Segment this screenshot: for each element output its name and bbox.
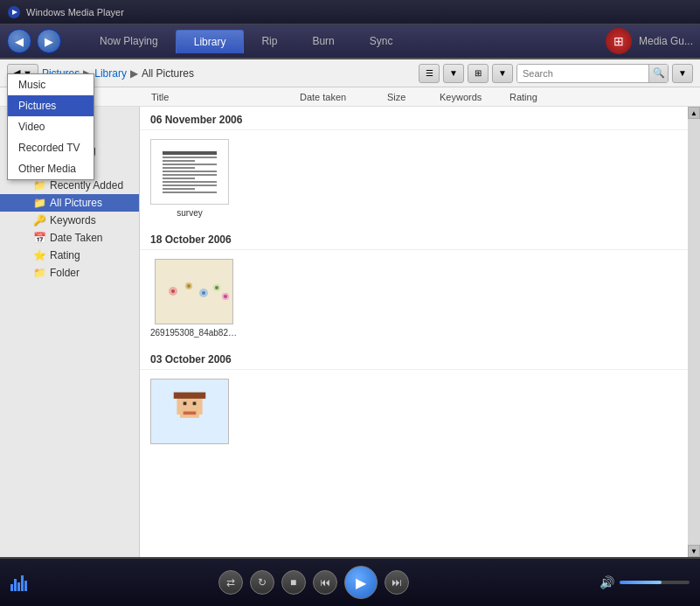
survey-line: [163, 160, 195, 162]
scrollbar[interactable]: ▲ ▼: [688, 107, 700, 557]
pictures-icon: 📁: [33, 197, 46, 209]
survey-line: [163, 181, 217, 183]
dropdown-recorded-tv[interactable]: Recorded TV: [8, 137, 94, 158]
sidebar-item-keywords[interactable]: 🔑 Keywords: [0, 212, 139, 229]
tab-burn[interactable]: Burn: [295, 30, 351, 52]
navbar: ◀ ▶ Now Playing Library Rip Burn Sync ⊞ …: [0, 24, 700, 59]
col-title[interactable]: Title: [144, 92, 293, 102]
scroll-up-button[interactable]: ▲: [688, 107, 700, 119]
breadcrumb-sep2: ▶: [130, 67, 138, 80]
tab-rip[interactable]: Rip: [244, 30, 295, 52]
sidebar-item-all-pictures[interactable]: 📁 All Pictures: [0, 194, 139, 212]
survey-preview: [159, 146, 220, 199]
volume-fill: [620, 581, 662, 584]
titlebar: Windows Media Player: [0, 0, 700, 24]
eq-bar: [14, 579, 17, 591]
sidebar-label-keywords: Keywords: [50, 214, 96, 226]
content-area: 06 November 2006: [140, 107, 700, 557]
eq-bar: [17, 582, 20, 591]
back-button[interactable]: ◀: [7, 29, 31, 53]
windows-logo: ⊞: [606, 28, 632, 54]
survey-line: [163, 157, 217, 158]
breadcrumb-current: All Pictures: [142, 67, 194, 80]
date-icon: 📅: [33, 232, 46, 244]
keywords-icon: 🔑: [33, 214, 46, 226]
svg-rect-18: [193, 402, 197, 406]
view-list-button[interactable]: ☰: [419, 64, 440, 83]
col-size[interactable]: Size: [380, 92, 433, 102]
picture-item-survey[interactable]: survey: [150, 139, 229, 218]
pictures-row-1: survey: [140, 130, 700, 226]
shuffle-button[interactable]: ⇄: [218, 570, 243, 595]
col-date-taken[interactable]: Date taken: [293, 92, 380, 102]
svg-rect-2: [156, 260, 232, 324]
dropdown-other-media[interactable]: Other Media: [8, 158, 94, 179]
date-group-3: 03 October 2006: [140, 346, 700, 370]
equalizer: [10, 574, 27, 591]
picture-item-flower[interactable]: 269195308_84ab82b4d4_o: [150, 259, 238, 338]
svg-rect-16: [199, 399, 203, 414]
search-options-button[interactable]: ▼: [672, 64, 693, 83]
sidebar-item-folder[interactable]: 📁 Folder: [0, 264, 139, 282]
media-guide-button[interactable]: Media Gu...: [639, 35, 693, 47]
date-group-1: 06 November 2006: [140, 107, 700, 130]
svg-point-4: [171, 289, 175, 293]
survey-line: [163, 188, 195, 190]
scroll-down-button[interactable]: ▼: [688, 545, 700, 557]
main-area: 📁 test 📁 tt ▶ ▶ Now Playing ▼ 📚 Library …: [0, 107, 700, 557]
tab-now-playing[interactable]: Now Playing: [82, 30, 176, 52]
sidebar-label-folder: Folder: [50, 267, 80, 279]
next-button[interactable]: ⏭: [385, 570, 409, 595]
flower-svg: [156, 260, 232, 324]
date-group-2: 18 October 2006: [140, 226, 700, 250]
volume-slider[interactable]: [620, 581, 690, 584]
folder-icon: 📁: [33, 267, 46, 279]
sidebar-label-recently-added: Recently Added: [50, 179, 123, 192]
player-right: 🔊: [600, 575, 690, 589]
survey-line: [163, 178, 195, 179]
col-keywords[interactable]: Keywords: [433, 92, 502, 102]
survey-line: [163, 167, 195, 169]
prev-button[interactable]: ⏮: [313, 570, 337, 595]
picture-item-pixel[interactable]: [150, 379, 229, 448]
survey-line: [163, 192, 217, 193]
search-box: 🔍: [516, 64, 669, 83]
dropdown-pictures[interactable]: Pictures: [8, 95, 94, 116]
sidebar-label-all-pictures: All Pictures: [50, 197, 102, 209]
pictures-row-3: [140, 370, 700, 456]
stop-button[interactable]: ■: [281, 570, 306, 595]
sidebar-item-rating[interactable]: ⭐ Rating: [0, 247, 139, 264]
rating-icon: ⭐: [33, 249, 46, 261]
dropdown-video[interactable]: Video: [8, 116, 94, 137]
view-grid-dropdown-button[interactable]: ▼: [492, 64, 513, 83]
app-icon: [7, 5, 21, 19]
view-dropdown-button[interactable]: ▼: [443, 64, 464, 83]
search-button[interactable]: 🔍: [648, 64, 668, 83]
col-rating[interactable]: Rating: [502, 92, 572, 102]
toolbar: ◀ ▼ Pictures ▶ Library ▶ All Pictures ☰ …: [0, 59, 700, 87]
view-grid-button[interactable]: ⊞: [468, 64, 489, 83]
picture-thumb-survey: [150, 139, 229, 205]
eq-bar: [10, 584, 13, 591]
svg-rect-19: [184, 412, 197, 415]
svg-point-8: [202, 291, 205, 295]
survey-line: [163, 164, 217, 165]
picture-label-flower: 269195308_84ab82b4d4_o: [150, 328, 238, 338]
sidebar-label-date-taken: Date Taken: [50, 232, 103, 244]
volume-icon: 🔊: [600, 575, 614, 589]
toolbar-right: ☰ ▼ ⊞ ▼ 🔍 ▼: [419, 64, 693, 83]
sidebar-label-rating: Rating: [50, 249, 80, 261]
forward-button[interactable]: ▶: [37, 29, 61, 53]
dropdown-music[interactable]: Music: [8, 74, 94, 95]
breadcrumb-library[interactable]: Library: [94, 67, 127, 80]
svg-rect-20: [174, 393, 206, 399]
repeat-button[interactable]: ↻: [250, 570, 274, 595]
tab-library[interactable]: Library: [176, 30, 245, 53]
eq-bar: [24, 581, 27, 591]
svg-point-12: [224, 295, 227, 298]
search-input[interactable]: [517, 65, 648, 82]
breadcrumb: Pictures ▶ Library ▶ All Pictures: [42, 67, 415, 80]
play-button[interactable]: ▶: [344, 566, 378, 599]
tab-sync[interactable]: Sync: [352, 30, 411, 52]
sidebar-item-date-taken[interactable]: 📅 Date Taken: [0, 229, 139, 247]
